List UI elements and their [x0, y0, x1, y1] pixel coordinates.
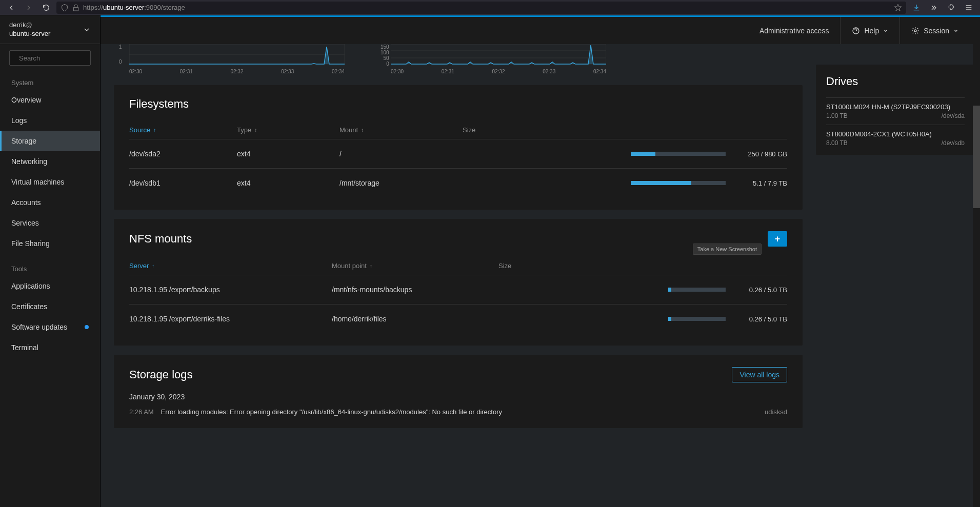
table-row[interactable]: 10.218.1.95 /export/derriks-files /home/… — [129, 304, 787, 333]
nav-section-system: System — [0, 76, 100, 90]
sidebar-item-file-sharing[interactable]: File Sharing — [0, 233, 100, 254]
sidebar-item-terminal[interactable]: Terminal — [0, 337, 100, 358]
log-entry[interactable]: 2:26 AM Error loading modules: Error ope… — [129, 408, 787, 416]
sidebar-item-networking[interactable]: Networking — [0, 151, 100, 172]
sidebar-item-applications[interactable]: Applications — [0, 276, 100, 296]
sidebar-item-certificates[interactable]: Certificates — [0, 296, 100, 317]
sort-icon: ↕ — [370, 263, 372, 269]
forward-button[interactable] — [22, 1, 36, 14]
usage-bar — [668, 317, 726, 321]
sidebar-item-accounts[interactable]: Accounts — [0, 192, 100, 213]
update-badge-icon — [85, 325, 89, 329]
session-button[interactable]: Session — [899, 17, 970, 44]
help-button[interactable]: Help — [840, 17, 899, 44]
usage-bar — [631, 181, 726, 185]
usage-bar — [631, 152, 726, 156]
chevron-down-icon — [953, 28, 958, 33]
sidebar-item-storage[interactable]: Storage — [0, 131, 100, 151]
topbar: Administrative access Help Session — [101, 15, 980, 44]
storage-logs-title: Storage logs — [129, 368, 193, 381]
io-charts: 10 02:3002:3102:3202:3302:34 150100500 — [114, 44, 803, 75]
view-all-logs-button[interactable]: View all logs — [732, 367, 787, 382]
sidebar-item-software-updates[interactable]: Software updates — [0, 317, 100, 337]
drive-item[interactable]: ST8000DM004-2CX1 (WCT05H0A) 8.00 TB/dev/… — [826, 125, 965, 152]
app-menu-icon[interactable] — [962, 1, 976, 14]
screenshot-tooltip: Take a New Screenshot — [693, 244, 762, 255]
user-name: derrik — [9, 21, 26, 29]
browser-toolbar: https://ubuntu-server:9090/storage — [0, 0, 980, 15]
url-bar[interactable]: https://ubuntu-server:9090/storage — [56, 2, 906, 14]
chevron-down-icon — [83, 26, 91, 34]
back-button[interactable] — [4, 1, 18, 14]
reload-button[interactable] — [39, 1, 53, 14]
extensions-icon[interactable] — [944, 1, 958, 14]
sidebar: derrik@ ubuntu-server System Overview Lo… — [0, 15, 101, 507]
col-size[interactable]: Size — [498, 262, 787, 270]
svg-point-2 — [914, 30, 916, 32]
shield-icon — [61, 4, 69, 12]
write-chart: 150100500 02:3002:3102:3202:3302:34 — [391, 44, 606, 75]
usage-bar — [668, 288, 726, 292]
sort-icon: ↕ — [361, 127, 364, 133]
admin-access-button[interactable]: Administrative access — [748, 17, 840, 44]
col-server[interactable]: Server↑ — [129, 262, 332, 270]
lock-icon — [72, 4, 80, 12]
svg-rect-5 — [391, 44, 606, 65]
drives-card: Drives ST1000LM024 HN-M (S2TPJ9FC900203)… — [816, 65, 975, 155]
table-row[interactable]: 10.218.1.95 /export/backups /mnt/nfs-mou… — [129, 275, 787, 304]
nav-section-tools: Tools — [0, 262, 100, 276]
sidebar-item-virtual-machines[interactable]: Virtual machines — [0, 172, 100, 192]
col-source[interactable]: Source↑ — [129, 126, 237, 134]
bookmark-star-icon[interactable] — [894, 4, 902, 12]
downloads-icon[interactable] — [909, 1, 924, 14]
chevron-down-icon — [883, 28, 888, 33]
col-size[interactable]: Size — [463, 126, 787, 134]
read-chart: 10 02:3002:3102:3202:3302:34 — [129, 44, 345, 75]
host-selector[interactable]: derrik@ ubuntu-server — [0, 15, 100, 44]
scrollbar-thumb[interactable] — [973, 106, 980, 208]
log-date: January 30, 2023 — [129, 393, 787, 401]
storage-logs-card: Storage logs View all logs January 30, 2… — [114, 355, 803, 428]
search-input[interactable] — [9, 50, 91, 66]
filesystems-title: Filesystems — [129, 97, 787, 111]
col-mountpoint[interactable]: Mount point↕ — [332, 262, 498, 270]
overflow-icon[interactable] — [927, 1, 941, 14]
nfs-card: NFS mounts + Take a New Screenshot Serve… — [114, 219, 803, 346]
sort-icon: ↕ — [254, 127, 257, 133]
filesystems-card: Filesystems Source↑ Type↕ Mount↕ Size /d… — [114, 85, 803, 210]
col-type[interactable]: Type↕ — [237, 126, 339, 134]
table-row[interactable]: /dev/sda2 ext4 / 250 / 980 GB — [129, 139, 787, 168]
help-icon — [852, 27, 860, 35]
host-name: ubuntu-server — [9, 30, 50, 37]
table-row[interactable]: /dev/sdb1 ext4 /mnt/storage 5.1 / 7.9 TB — [129, 168, 787, 197]
gear-icon — [911, 27, 919, 35]
sidebar-item-overview[interactable]: Overview — [0, 90, 100, 110]
add-nfs-button[interactable]: + — [768, 231, 787, 247]
sidebar-item-services[interactable]: Services — [0, 213, 100, 233]
sort-asc-icon: ↑ — [152, 263, 154, 269]
url-text: https://ubuntu-server:9090/storage — [83, 4, 891, 11]
sort-asc-icon: ↑ — [153, 127, 156, 133]
sidebar-item-logs[interactable]: Logs — [0, 110, 100, 131]
drive-item[interactable]: ST1000LM024 HN-M (S2TPJ9FC900203) 1.00 T… — [826, 97, 965, 125]
col-mount[interactable]: Mount↕ — [339, 126, 463, 134]
nfs-title: NFS mounts — [129, 232, 192, 246]
scrollbar[interactable] — [973, 44, 980, 507]
drives-title: Drives — [826, 75, 965, 88]
